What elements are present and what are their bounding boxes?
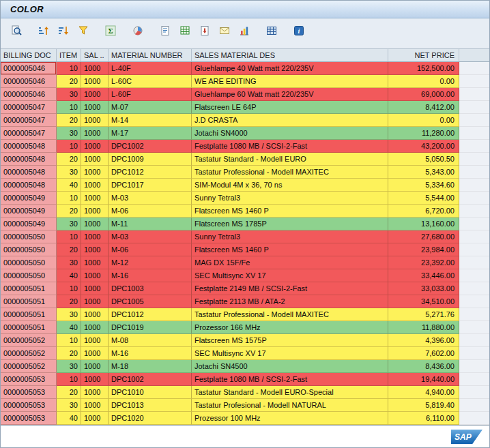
- cell-description[interactable]: SIM-Modul 4M x 36, 70 ns: [192, 179, 388, 192]
- cell-item[interactable]: 30: [57, 218, 81, 230]
- cell-item[interactable]: 10: [57, 230, 81, 243]
- cell-billing_doc[interactable]: 0000005047: [1, 101, 57, 114]
- cell-item[interactable]: 40: [57, 269, 81, 282]
- cell-description[interactable]: Gluehlampe 60 Watt matt 220/235V: [192, 88, 388, 101]
- cell-billing_doc[interactable]: 0000005049: [1, 192, 57, 205]
- cell-billing_doc[interactable]: 0000005047: [1, 114, 57, 127]
- cell-billing_doc[interactable]: 0000005051: [1, 282, 57, 295]
- cell-material_number[interactable]: L-40F: [109, 62, 192, 75]
- column-header-billing_doc[interactable]: BILLING DOC: [1, 49, 57, 61]
- cell-description[interactable]: Festplatte 2113 MB / ATA-2: [192, 295, 388, 308]
- column-header-net_price[interactable]: NET PRICE: [388, 49, 459, 61]
- cell-billing_doc[interactable]: 0000005049: [1, 205, 57, 218]
- cell-material_number[interactable]: M-07: [109, 101, 192, 114]
- cell-sal[interactable]: 1000: [81, 75, 109, 88]
- cell-description[interactable]: Tastatur Standard - Modell EURO-Special: [192, 386, 388, 399]
- cell-item[interactable]: 20: [57, 153, 81, 166]
- cell-net_price[interactable]: 19,440.00: [388, 373, 459, 386]
- cell-billing_doc[interactable]: 0000005048: [1, 179, 57, 192]
- cell-description[interactable]: Jotachi SN4000: [192, 127, 388, 140]
- cell-sal[interactable]: 1000: [81, 179, 109, 192]
- cell-sal[interactable]: 1000: [81, 192, 109, 205]
- mail-recipient-button[interactable]: [215, 23, 233, 39]
- cell-description[interactable]: J.D CRASTA: [192, 114, 388, 127]
- column-header-item[interactable]: ITEM: [57, 49, 81, 61]
- cell-item[interactable]: 20: [57, 75, 81, 88]
- cell-item[interactable]: 20: [57, 295, 81, 308]
- set-filter-button[interactable]: [74, 23, 92, 39]
- cell-material_number[interactable]: M-06: [109, 205, 192, 218]
- cell-material_number[interactable]: M-08: [109, 334, 192, 347]
- subtotal-button[interactable]: [128, 23, 147, 39]
- cell-material_number[interactable]: DPC1020: [109, 412, 192, 425]
- cell-net_price[interactable]: 43,200.00: [388, 140, 459, 153]
- cell-material_number[interactable]: L-60F: [109, 88, 192, 101]
- cell-sal[interactable]: 1000: [81, 101, 109, 114]
- cell-description[interactable]: Prozessor 100 MHz: [192, 412, 388, 425]
- cell-billing_doc[interactable]: 0000005050: [1, 269, 57, 282]
- cell-item[interactable]: 20: [57, 386, 81, 399]
- cell-sal[interactable]: 1000: [81, 88, 109, 101]
- cell-billing_doc[interactable]: 0000005051: [1, 295, 57, 308]
- cell-sal[interactable]: 1000: [81, 386, 109, 399]
- cell-material_number[interactable]: DPC1003: [109, 282, 192, 295]
- cell-item[interactable]: 30: [57, 308, 81, 321]
- cell-net_price[interactable]: 0.00: [388, 114, 459, 127]
- cell-description[interactable]: Sunny Tetral3: [192, 192, 388, 205]
- cell-net_price[interactable]: 23,392.00: [388, 256, 459, 269]
- cell-item[interactable]: 30: [57, 399, 81, 412]
- cell-description[interactable]: Flatscreen MS 1785P: [192, 218, 388, 230]
- cell-net_price[interactable]: 27,680.00: [388, 230, 459, 243]
- cell-net_price[interactable]: 4,396.00: [388, 334, 459, 347]
- cell-material_number[interactable]: M-16: [109, 269, 192, 282]
- cell-sal[interactable]: 1000: [81, 321, 109, 334]
- column-header-description[interactable]: SALES MATERIAL DES: [192, 49, 388, 61]
- cell-net_price[interactable]: 11,880.00: [388, 321, 459, 334]
- cell-net_price[interactable]: 33,446.00: [388, 269, 459, 282]
- cell-sal[interactable]: 1000: [81, 373, 109, 386]
- graphic-button[interactable]: [235, 23, 253, 39]
- information-button[interactable]: i: [289, 23, 308, 39]
- cell-sal[interactable]: 1000: [81, 230, 109, 243]
- cell-item[interactable]: 30: [57, 360, 81, 373]
- cell-material_number[interactable]: DPC1010: [109, 386, 192, 399]
- cell-description[interactable]: WE ARE EDITING: [192, 75, 388, 88]
- cell-item[interactable]: 10: [57, 62, 81, 75]
- cell-material_number[interactable]: M-18: [109, 360, 192, 373]
- cell-item[interactable]: 40: [57, 412, 81, 425]
- cell-material_number[interactable]: M-06: [109, 243, 192, 256]
- column-header-material_number[interactable]: MATERIAL NUMBER: [109, 49, 192, 61]
- cell-net_price[interactable]: 5,271.76: [388, 308, 459, 321]
- cell-billing_doc[interactable]: 0000005053: [1, 399, 57, 412]
- cell-billing_doc[interactable]: 0000005048: [1, 166, 57, 179]
- cell-sal[interactable]: 1000: [81, 295, 109, 308]
- cell-net_price[interactable]: 6,720.00: [388, 205, 459, 218]
- cell-material_number[interactable]: M-03: [109, 230, 192, 243]
- cell-net_price[interactable]: 6,110.00: [388, 412, 459, 425]
- cell-description[interactable]: Tastatur Professional - Modell MAXITEC: [192, 166, 388, 179]
- cell-net_price[interactable]: 5,334.60: [388, 179, 459, 192]
- cell-item[interactable]: 20: [57, 243, 81, 256]
- cell-description[interactable]: Tastatur Profesional - Modell NATURAL: [192, 399, 388, 412]
- cell-material_number[interactable]: DPC1017: [109, 179, 192, 192]
- cell-sal[interactable]: 1000: [81, 256, 109, 269]
- cell-billing_doc[interactable]: 0000005048: [1, 153, 57, 166]
- cell-description[interactable]: Jotachi SN4500: [192, 360, 388, 373]
- cell-net_price[interactable]: 34,510.00: [388, 295, 459, 308]
- cell-material_number[interactable]: M-11: [109, 218, 192, 230]
- cell-sal[interactable]: 1000: [81, 282, 109, 295]
- cell-net_price[interactable]: 13,160.00: [388, 218, 459, 230]
- cell-description[interactable]: Flatscreen LE 64P: [192, 101, 388, 114]
- cell-item[interactable]: 30: [57, 88, 81, 101]
- sort-ascending-button[interactable]: [34, 23, 53, 39]
- cell-sal[interactable]: 1000: [81, 243, 109, 256]
- cell-net_price[interactable]: 11,280.00: [388, 127, 459, 140]
- cell-sal[interactable]: 1000: [81, 347, 109, 360]
- cell-billing_doc[interactable]: 0000005049: [1, 218, 57, 230]
- cell-sal[interactable]: 1000: [81, 412, 109, 425]
- details-button[interactable]: [7, 23, 25, 39]
- cell-material_number[interactable]: M-03: [109, 192, 192, 205]
- cell-item[interactable]: 20: [57, 114, 81, 127]
- cell-description[interactable]: MAG DX 15F/Fe: [192, 256, 388, 269]
- cell-item[interactable]: 20: [57, 205, 81, 218]
